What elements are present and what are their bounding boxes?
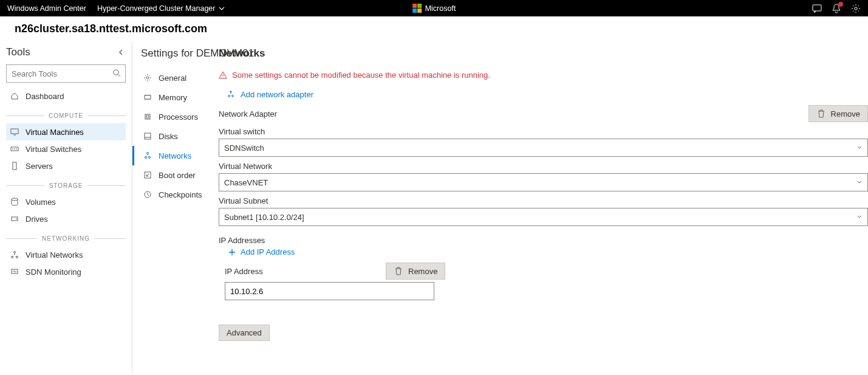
monitor-icon xyxy=(10,267,19,277)
network-adapter-label: Network Adapter xyxy=(219,109,277,119)
svg-point-6 xyxy=(12,198,18,201)
vm-icon xyxy=(10,127,19,137)
disk-icon xyxy=(143,131,152,141)
tools-item-virtual-machines[interactable]: Virtual Machines xyxy=(6,123,126,140)
svg-rect-15 xyxy=(145,114,150,119)
volumes-label: Volumes xyxy=(26,198,56,207)
feedback-icon[interactable] xyxy=(812,4,822,13)
brand-label: Microsoft xyxy=(425,4,456,13)
microsoft-logo-icon xyxy=(412,4,422,13)
server-icon xyxy=(10,161,19,171)
remove-ip-button[interactable]: Remove xyxy=(386,263,445,280)
tools-item-volumes[interactable]: Volumes xyxy=(6,193,126,210)
add-ip-address-button[interactable]: Add IP Address xyxy=(228,247,295,256)
boot-order-icon xyxy=(143,170,152,180)
networks-heading: Networks xyxy=(219,47,868,60)
add-network-adapter-button[interactable]: Add network adapter xyxy=(226,89,313,99)
virtual-switch-value: SDNSwitch xyxy=(224,143,264,153)
section-storage: STORAGE xyxy=(6,181,126,190)
notification-bell-icon[interactable] xyxy=(832,4,841,13)
settings-item-checkpoints[interactable]: Checkpoints xyxy=(132,185,200,204)
vnet-label: Virtual Networks xyxy=(26,250,83,260)
virtual-switch-label: Virtual switch xyxy=(219,127,868,136)
tools-sidebar: Tools Dashboard COMPUTE Virtual Machines… xyxy=(0,41,132,373)
cluster-name: n26cluster.sa18.nttest.microsoft.com xyxy=(0,16,868,41)
warning-text: Some settings cannot be modified because… xyxy=(232,71,490,80)
memory-icon xyxy=(143,92,152,102)
virtual-network-select[interactable]: ChaseVNET xyxy=(219,173,868,191)
svg-rect-5 xyxy=(13,162,16,170)
virtual-switch-select[interactable]: SDNSwitch xyxy=(219,139,868,157)
cpu-icon xyxy=(143,112,152,122)
drives-label: Drives xyxy=(26,215,48,224)
top-bar: Windows Admin Center Hyper-Converged Clu… xyxy=(0,0,868,16)
chevron-down-icon xyxy=(219,5,225,12)
ip-addresses-label: IP Addresses xyxy=(219,236,868,245)
vm-label: Virtual Machines xyxy=(26,128,84,137)
svg-point-1 xyxy=(855,7,857,9)
drive-icon xyxy=(10,214,19,224)
home-icon xyxy=(10,91,19,101)
vswitch-label: Virtual Switches xyxy=(26,145,81,154)
checkpoint-icon xyxy=(143,190,152,199)
svg-rect-14 xyxy=(145,95,151,99)
trash-icon xyxy=(394,266,403,276)
tools-item-virtual-switches[interactable]: Virtual Switches xyxy=(6,140,126,157)
svg-point-25 xyxy=(230,91,232,93)
settings-item-processors[interactable]: Processors xyxy=(132,107,200,126)
chevron-down-icon xyxy=(856,179,863,185)
virtual-subnet-select[interactable]: Subnet1 [10.10.2.0/24] xyxy=(219,208,868,226)
ip-address-input[interactable] xyxy=(225,282,434,300)
svg-rect-16 xyxy=(146,115,149,118)
settings-item-boot-order[interactable]: Boot order xyxy=(132,165,200,185)
settings-title: Settings for DEMOVM01 xyxy=(141,47,200,60)
svg-rect-17 xyxy=(145,133,151,139)
tools-item-servers[interactable]: Servers xyxy=(6,157,126,174)
network-icon xyxy=(10,250,19,260)
search-icon xyxy=(112,69,121,77)
brand: Microsoft xyxy=(412,4,456,13)
dashboard-label: Dashboard xyxy=(26,92,64,101)
virtual-network-label: Virtual Network xyxy=(219,162,868,171)
settings-item-memory[interactable]: Memory xyxy=(132,88,200,107)
warning-icon xyxy=(219,71,227,80)
virtual-network-value: ChaseVNET xyxy=(224,178,268,187)
search-tools-wrap xyxy=(6,64,126,83)
tools-item-dashboard[interactable]: Dashboard xyxy=(6,88,126,105)
tools-item-virtual-networks[interactable]: Virtual Networks xyxy=(6,246,126,263)
virtual-subnet-label: Virtual Subnet xyxy=(219,196,868,205)
svg-point-20 xyxy=(147,153,149,154)
tools-item-sdn-monitoring[interactable]: SDN Monitoring xyxy=(6,263,126,280)
section-networking: NETWORKING xyxy=(6,233,126,243)
svg-rect-0 xyxy=(813,5,821,11)
sdn-label: SDN Monitoring xyxy=(26,267,81,277)
settings-gear-icon[interactable] xyxy=(851,4,861,13)
settings-item-general[interactable]: General xyxy=(132,68,200,88)
settings-item-networks[interactable]: Networks xyxy=(132,146,200,165)
gear-icon xyxy=(143,73,152,83)
manager-dropdown[interactable]: Hyper-Converged Cluster Manager xyxy=(97,4,225,13)
wac-link[interactable]: Windows Admin Center xyxy=(7,4,86,13)
tools-title: Tools xyxy=(6,46,30,58)
search-tools-input[interactable] xyxy=(6,64,126,83)
svg-point-8 xyxy=(16,218,17,219)
svg-point-11 xyxy=(14,252,16,253)
trash-icon xyxy=(816,109,826,119)
collapse-chevron-icon[interactable] xyxy=(116,47,126,57)
notification-badge xyxy=(838,2,843,7)
svg-point-13 xyxy=(146,77,149,79)
advanced-button[interactable]: Advanced xyxy=(219,325,270,341)
section-compute: COMPUTE xyxy=(6,111,126,120)
network-adapter-icon xyxy=(143,151,152,160)
chevron-down-icon xyxy=(856,145,863,151)
plus-icon xyxy=(228,249,236,256)
virtual-subnet-value: Subnet1 [10.10.2.0/24] xyxy=(224,213,304,222)
warning-message: Some settings cannot be modified because… xyxy=(219,71,868,80)
remove-adapter-button[interactable]: Remove xyxy=(808,105,868,122)
settings-item-disks[interactable]: Disks xyxy=(132,126,200,146)
add-adapter-icon xyxy=(226,89,236,99)
svg-rect-3 xyxy=(11,129,18,134)
svg-point-2 xyxy=(114,70,118,75)
volume-icon xyxy=(10,197,19,207)
tools-item-drives[interactable]: Drives xyxy=(6,210,126,227)
